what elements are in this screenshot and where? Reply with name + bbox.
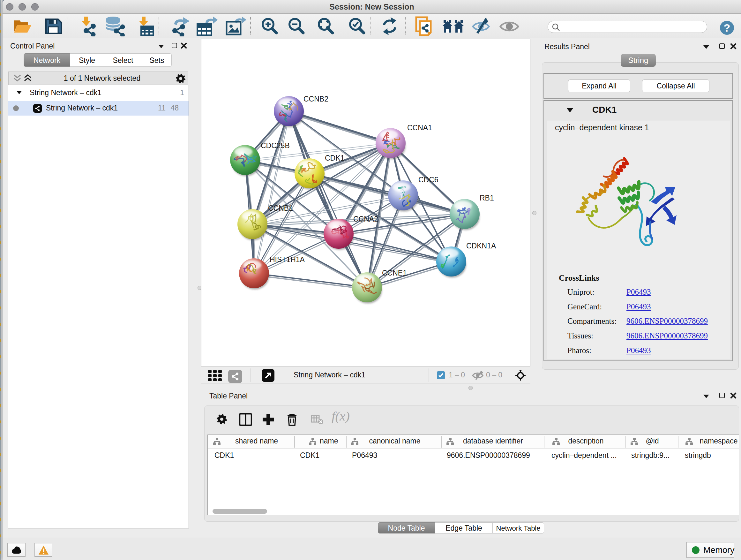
svg-text:CDC25B: CDC25B [261,141,290,150]
svg-text:CCNE1: CCNE1 [382,269,407,277]
svg-text:CDC6: CDC6 [418,176,439,184]
svg-text:CCNB2: CCNB2 [304,95,328,103]
svg-text:CCNA2: CCNA2 [353,215,378,223]
svg-text:RB1: RB1 [480,194,494,202]
svg-text:CCNB1: CCNB1 [268,204,293,212]
svg-text:HIST1H1A: HIST1H1A [270,255,305,264]
svg-text:CDK1: CDK1 [325,154,344,162]
svg-text:CCNA1: CCNA1 [407,124,432,132]
svg-text:CDKN1A: CDKN1A [466,242,496,250]
